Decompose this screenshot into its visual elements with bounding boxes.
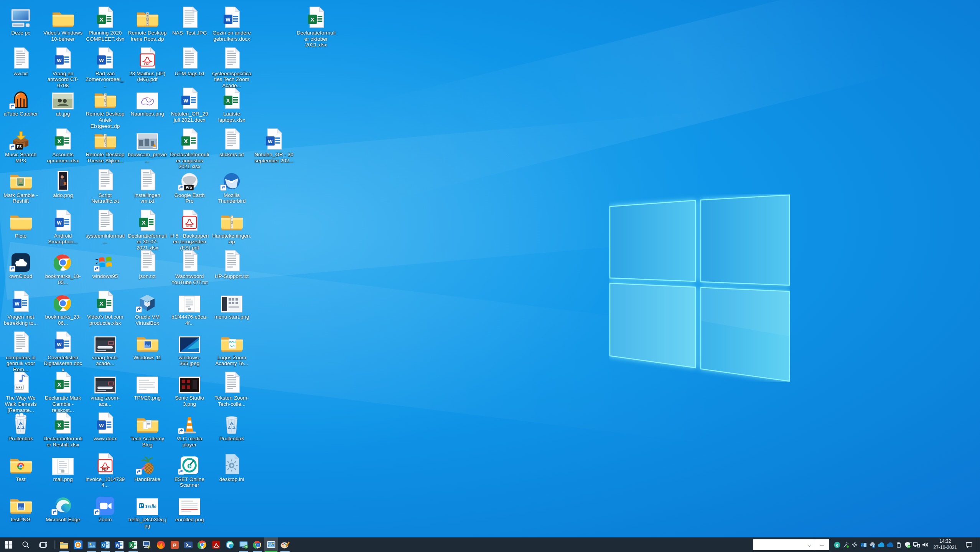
desktop-icon-folder-photo[interactable]: Mark Gamble - Reshift (1, 167, 41, 204)
taskbar-app-file-explorer[interactable] (57, 537, 71, 552)
desktop-icon-photo-tall[interactable]: aldo.png (43, 167, 83, 198)
tray-onedrive-2-icon[interactable] (886, 537, 894, 552)
taskbar-app-photos[interactable] (85, 537, 99, 552)
taskbar-app-outlook[interactable]: O (99, 537, 112, 552)
desktop-icon-txt[interactable]: systeemspecificaties Tech Zoom Acade... (212, 45, 252, 89)
desktop-icon-image-file[interactable]: NAS- Test.JPG (170, 5, 209, 36)
desktop-icon-thumb[interactable]: b1f44476-e3ca-4f... (170, 289, 209, 326)
desktop-icon-txt[interactable]: ww.txt (1, 45, 41, 77)
desktop-icon-txt[interactable]: computers in gebruik voor Rem... (1, 329, 41, 373)
desktop-icon-thumb[interactable]: ab.jpg (43, 86, 83, 117)
desktop-icon-musicsearch[interactable]: P3Music Search MP3 (1, 126, 41, 164)
taskbar-app-edge[interactable] (223, 537, 237, 552)
taskbar-app-word[interactable]: W (112, 537, 126, 552)
desktop-icon-word[interactable]: WVragen met betrekking to... (1, 289, 41, 326)
tray-usb-icon[interactable] (894, 537, 903, 552)
desktop-icon-folder-image[interactable]: testPNG (1, 491, 41, 523)
desktop-icon-thumb[interactable]: Naamloos.png (127, 86, 167, 117)
go-arrow-button[interactable]: → (815, 539, 829, 550)
desktop-icon-thumb[interactable]: Trellotrello_p8cbXDq.jpg (127, 491, 167, 529)
desktop-icon-word[interactable]: WGezin en andere gebruikers.docx (212, 5, 252, 42)
desktop-icon-zoomapp[interactable]: Zoom (85, 491, 125, 523)
tray-onedrive-icon[interactable] (877, 537, 886, 552)
desktop-icon-ini[interactable]: desktop.ini (212, 451, 252, 483)
desktop-icon-excel[interactable]: XDeclaratieformulier 30-07-2021.xlsx (127, 208, 167, 251)
chevron-down-icon[interactable]: ⌄ (807, 542, 815, 548)
tray-outlook-icon[interactable]: o (859, 537, 868, 552)
action-center-button[interactable] (961, 537, 977, 552)
show-desktop-button[interactable] (977, 537, 980, 552)
desktop-icon-handbrake[interactable]: HandBrake (127, 451, 167, 483)
taskbar-app-media-player[interactable] (71, 537, 85, 552)
desktop-icon-excel[interactable]: XLaatste laptops.xlsx (212, 86, 252, 123)
desktop-icon-word[interactable]: WAndroid Smartphon... (43, 208, 83, 245)
desktop-icon-vbox[interactable]: Oracle VM VirtualBox (127, 289, 167, 326)
desktop-icon-word[interactable]: WNotulen_OR_29 juli 2021.docx (170, 86, 209, 123)
desktop-icon-excel[interactable]: XPlanning 2020 COMPLEET.xlsx (85, 5, 125, 42)
desktop-icon-pdf[interactable]: PDFH 5 - Backuppen en terugzetten (ES).p… (170, 208, 209, 251)
desktop-icon-thumb[interactable]: enrolled.png (170, 491, 209, 523)
desktop-icon-thumb[interactable]: vraag-zoom-aca... (85, 370, 125, 407)
desktop-icon-atube[interactable]: aTube Catcher (1, 86, 41, 117)
desktop-icon-zip[interactable]: Handtekeningen.zip (212, 208, 252, 245)
desktop-icon-word[interactable]: Wwww.docx (85, 410, 125, 442)
desktop-icon-recycle-full[interactable]: Prullenbak (1, 410, 41, 442)
desktop-icon-txt[interactable]: Script Nettraffic.txt (85, 167, 125, 204)
desktop-icon-txt[interactable]: Teksten Zoom-Tech-colle... (212, 370, 252, 407)
desktop-icon-zip[interactable]: Remote Desktop Theske Slijker... (85, 126, 125, 164)
desktop-icon-folder-card[interactable]: ECHCALogos Zoom Academy Te... (212, 329, 252, 367)
desktop-icon-zip[interactable]: Remote Desktop Aniek Elstgeest.zip (85, 86, 125, 129)
desktop-icon-txt[interactable]: systeeminformati... (85, 208, 125, 245)
tray-audio-device-icon[interactable] (842, 537, 850, 552)
start-button[interactable] (0, 537, 17, 552)
search-button[interactable] (17, 537, 35, 552)
desktop-icon-folder[interactable]: Picto (1, 208, 41, 239)
desktop-icon-earth[interactable]: ProGoogle Earth Pro (170, 167, 209, 204)
tray-slack-icon[interactable] (850, 537, 859, 552)
desktop-icon-thumb[interactable]: TPM20.png (127, 370, 167, 401)
taskbar-app-chrome[interactable] (195, 537, 209, 552)
desktop-icon-thumb[interactable]: menu-start.png (212, 289, 252, 320)
taskbar-app-chrome-remote-desktop[interactable] (250, 537, 264, 552)
desktop-icon-chrome[interactable]: bookmarks_23-06... (43, 289, 83, 326)
taskbar-app-powerpoint[interactable]: P (168, 537, 181, 552)
desktop-icon-excel[interactable]: XVideo's bol.com productie.xlsx (85, 289, 125, 326)
desktop-icon-txt[interactable]: UTM-tags.txt (170, 45, 209, 77)
desktop-icon-excel[interactable]: XAccounts opruimen.xlsx (43, 126, 83, 164)
desktop-icon-owncloud[interactable]: ownCloud (1, 248, 41, 279)
desktop-icon-excel[interactable]: XDeclaratie Mark Gamble - reiskost... (43, 370, 83, 413)
desktop-icon-excel[interactable]: XDeclaratieformulier Reshift.xlsx (43, 410, 83, 448)
tray-network-icon[interactable] (912, 537, 921, 552)
desktop-icon-txt[interactable]: HP-Support.txt (212, 248, 252, 279)
desktop-icon-thunderbird[interactable]: Mozilla Thunderbird (212, 167, 252, 204)
desktop-icon-thumb[interactable]: windows-365.jpeg (170, 329, 209, 367)
desktop-icon-word[interactable]: WVraag en antwoord CT-0708 (43, 45, 83, 89)
desktop-icon-thumb[interactable]: Sonic Studio 3.png (170, 370, 209, 407)
desktop-icon-mp3[interactable]: MP3The Way We Walk Genesis [Remaste... (1, 370, 41, 413)
desktop-icon-folder-docs[interactable]: Tech Academy Blog (127, 410, 167, 448)
taskbar-clock[interactable]: 14:32 27-10-2021 (930, 539, 961, 550)
desktop-icon-excel[interactable]: XDeclaratieformulier augustus 2021.xlsx (170, 126, 209, 170)
desktop-icon-excel[interactable]: XDeclaratieformulier oktober 2021.xlsx (296, 5, 336, 48)
taskbar-app-remote-desktop[interactable] (237, 537, 250, 552)
taskbar-app-acrobat[interactable] (209, 537, 223, 552)
desktop-icon-folder-image[interactable]: Windows 11 (127, 329, 167, 361)
tray-cloud-sync-icon[interactable] (868, 537, 877, 552)
desktop-icon-pdf[interactable]: PDFinvoice_10147394... (85, 451, 125, 488)
desktop-icon-this-pc[interactable]: Deze pc (1, 5, 41, 36)
taskbar-app-firefox[interactable] (154, 537, 168, 552)
desktop-icon-word[interactable]: WRad van Zomervoordeel_... (85, 45, 125, 89)
desktop-icon-txt[interactable]: instellingen vm.txt (127, 167, 167, 204)
desktop-icon-thumb[interactable]: bouwcam_previe... (127, 126, 167, 164)
desktop-icon-txt[interactable]: Wachtwoord YouTube C!T.txt (170, 248, 209, 285)
taskbar-app-paint[interactable] (278, 537, 292, 552)
desktop-icon-word[interactable]: WCoverteksten Digitaliseren.docx (43, 329, 83, 373)
desktop-icon-word[interactable]: WNotulen_OR - 30 september 202... (254, 126, 294, 164)
taskbar-app-excel[interactable]: X (126, 537, 140, 552)
taskbar-app-image-viewer[interactable] (264, 537, 278, 552)
task-view-button[interactable] (35, 537, 52, 552)
desktop-icon-eset[interactable]: eESET Online Scanner (170, 451, 209, 488)
desktop-icon-vlc[interactable]: VLC media player (170, 410, 209, 448)
desktop-icon-thumb[interactable]: vraag-tech-acade... (85, 329, 125, 367)
desktop-icon-pdf[interactable]: PDF23 Mailbus (JP) (MG).pdf (127, 45, 167, 83)
